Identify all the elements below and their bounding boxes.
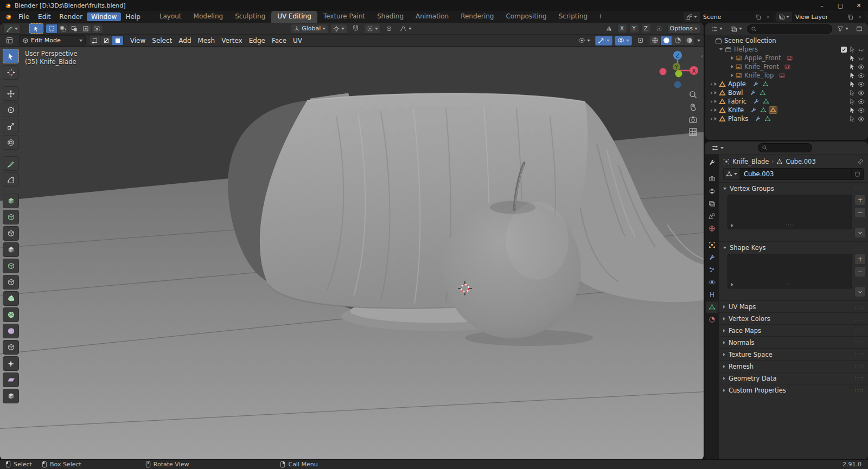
shading-solid[interactable] xyxy=(661,36,672,45)
tool-shrink-fatten[interactable] xyxy=(3,356,19,371)
panel-shape-keys[interactable]: Shape Keys:::: xyxy=(719,241,868,253)
eye-open-icon[interactable] xyxy=(858,89,865,97)
navigation-gizmo[interactable]: Y Z X xyxy=(650,49,700,90)
tool-inset-faces[interactable] xyxy=(3,226,19,241)
unlink-scene-button[interactable] xyxy=(763,12,773,22)
tool-knife[interactable] xyxy=(3,275,19,290)
mode-dropdown[interactable]: Edit Mode xyxy=(19,35,86,46)
properties-search-input[interactable] xyxy=(758,143,812,152)
tool-transform[interactable] xyxy=(3,135,19,150)
outliner-row-helpers[interactable]: Helpers xyxy=(705,45,868,54)
select-mode-set[interactable] xyxy=(46,24,58,33)
select-mode-subtract[interactable] xyxy=(69,24,80,33)
tab-physics[interactable] xyxy=(706,277,718,288)
tab-modifiers[interactable] xyxy=(706,252,718,263)
close-button[interactable]: ✕ xyxy=(850,0,868,11)
eye-open-icon[interactable] xyxy=(858,115,865,123)
tool-add-cube[interactable] xyxy=(3,194,19,208)
tab-tool[interactable] xyxy=(706,157,718,168)
tool-edge-slide[interactable] xyxy=(3,340,19,355)
snap-target-dropdown[interactable] xyxy=(364,24,381,34)
tool-measure[interactable] xyxy=(3,172,19,187)
snap-toggle[interactable] xyxy=(349,24,362,34)
pin-icon[interactable] xyxy=(857,158,864,165)
selectable-arrow-icon[interactable] xyxy=(849,98,856,105)
outliner-row-planks[interactable]: Planks xyxy=(705,114,868,123)
zoom-button[interactable] xyxy=(688,90,698,99)
outliner-display-mode-dropdown[interactable] xyxy=(708,24,725,34)
blender-menu-icon[interactable] xyxy=(4,13,12,21)
tab-object[interactable] xyxy=(706,239,718,250)
region-collapse-arrow[interactable]: ‹ xyxy=(701,53,703,59)
tab-modeling[interactable]: Modeling xyxy=(188,11,229,23)
shape-keys-listbox[interactable]: :::: xyxy=(727,254,852,288)
ortho-grid-button[interactable] xyxy=(688,127,698,137)
menu-add[interactable]: Add xyxy=(175,37,194,44)
tab-scripting[interactable]: Scripting xyxy=(553,11,593,23)
camera-view-button[interactable] xyxy=(688,115,698,124)
tool-annotate[interactable] xyxy=(3,156,19,171)
outliner-row-apple-front[interactable]: Apple_Front xyxy=(705,54,868,62)
tool-scale[interactable] xyxy=(3,119,19,133)
breadcrumb-data[interactable]: Cube.003 xyxy=(786,158,815,165)
tool-bevel[interactable] xyxy=(3,242,19,257)
shape-key-specials-button[interactable] xyxy=(854,286,866,297)
tool-loop-cut[interactable] xyxy=(3,259,19,273)
menu-face[interactable]: Face xyxy=(269,37,290,44)
outliner-row-knife-front[interactable]: Knife_Front xyxy=(705,62,868,71)
panel-geometry-data[interactable]: Geometry Data:::: xyxy=(719,372,868,384)
view-layer-name-field[interactable]: View Layer xyxy=(792,12,845,22)
tab-world[interactable] xyxy=(706,223,718,234)
mirror-z-toggle[interactable]: Z xyxy=(641,24,651,33)
select-box-active-tool[interactable] xyxy=(29,23,43,34)
options-dropdown[interactable]: Options xyxy=(667,24,700,34)
tool-shear[interactable] xyxy=(3,372,19,387)
remove-view-layer-button[interactable] xyxy=(856,12,865,22)
overlays-toggle-dropdown[interactable] xyxy=(615,36,632,46)
datablock-name-input[interactable] xyxy=(740,168,852,180)
outliner-filter-dropdown[interactable] xyxy=(834,24,851,34)
vertex-group-specials-button[interactable] xyxy=(854,227,866,238)
pan-hand-button[interactable] xyxy=(688,102,698,112)
tool-poly-build[interactable] xyxy=(3,291,19,306)
eye-closed-icon[interactable] xyxy=(858,55,865,62)
tab-view-layer[interactable] xyxy=(706,198,718,209)
menu-file[interactable]: File xyxy=(14,12,34,21)
select-mode-extend[interactable] xyxy=(58,24,69,33)
tool-smooth[interactable] xyxy=(3,324,19,338)
eye-open-icon[interactable] xyxy=(858,81,865,88)
menu-render[interactable]: Render xyxy=(55,12,87,21)
selectable-arrow-icon[interactable] xyxy=(849,63,856,70)
tab-animation[interactable]: Animation xyxy=(410,11,455,23)
outliner-search-input[interactable] xyxy=(747,24,832,34)
outliner-row-apple[interactable]: Apple xyxy=(705,80,868,88)
view-layer-browse-button[interactable] xyxy=(776,12,792,22)
tab-constraints[interactable] xyxy=(706,289,718,300)
menu-window[interactable]: Window xyxy=(87,12,121,21)
tab-output[interactable] xyxy=(706,185,718,197)
select-mode-invert[interactable] xyxy=(80,24,92,33)
maximize-button[interactable]: ▢ xyxy=(831,0,850,11)
menu-edit[interactable]: Edit xyxy=(34,12,55,21)
remove-vertex-group-button[interactable]: − xyxy=(854,207,866,218)
menu-help[interactable]: Help xyxy=(121,12,144,21)
panel-vertex-groups[interactable]: Vertex Groups:::: xyxy=(719,182,868,194)
outliner-row-knife-top[interactable]: Knife_Top xyxy=(705,71,868,80)
proportional-edit-toggle[interactable] xyxy=(383,24,395,34)
tab-shading[interactable]: Shading xyxy=(371,11,410,23)
mirror-y-toggle[interactable]: Y xyxy=(629,24,639,33)
remove-shape-key-button[interactable]: − xyxy=(854,266,866,277)
collection-checkbox[interactable] xyxy=(841,47,847,53)
tab-object-data[interactable] xyxy=(706,301,718,313)
outliner-row-knife[interactable]: Knife xyxy=(705,106,868,114)
menu-vertex[interactable]: Vertex xyxy=(218,37,246,44)
panel-custom-properties[interactable]: Custom Properties:::: xyxy=(719,384,868,396)
eye-open-icon[interactable] xyxy=(858,98,865,105)
tab-scene[interactable] xyxy=(706,210,718,222)
panel-face-maps[interactable]: Face Maps:::: xyxy=(719,324,868,336)
eye-closed-icon[interactable] xyxy=(858,46,865,53)
tool-cursor-3d[interactable] xyxy=(3,65,19,80)
new-scene-button[interactable] xyxy=(753,12,763,22)
tab-layout[interactable]: Layout xyxy=(154,11,188,23)
properties-editor-type-dropdown[interactable] xyxy=(709,143,726,153)
